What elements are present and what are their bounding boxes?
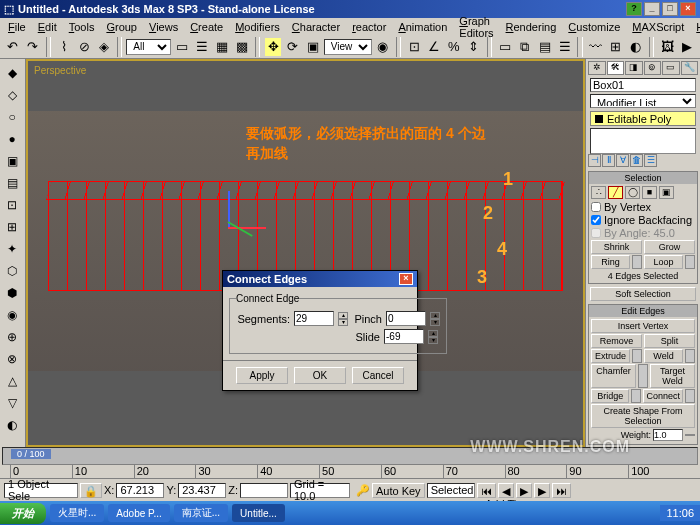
reactor-icon[interactable]: ● — [2, 129, 22, 149]
curve-editor-icon[interactable]: 〰 — [587, 37, 605, 57]
weld-button[interactable]: Weld — [644, 349, 683, 363]
angle-snap-icon[interactable]: ∠ — [425, 37, 443, 57]
mirror-icon[interactable]: ⧉ — [516, 37, 534, 57]
menu-help[interactable]: Help — [692, 21, 700, 33]
connect-settings[interactable] — [685, 389, 695, 403]
modifier-list-dropdown[interactable]: Modifier List — [590, 94, 696, 108]
chamfer-settings[interactable] — [638, 364, 648, 388]
menu-rendering[interactable]: Rendering — [502, 21, 561, 33]
vertex-mode-icon[interactable]: ∴ — [591, 186, 606, 199]
move-icon[interactable]: ✥ — [264, 37, 282, 57]
weight-spinner[interactable] — [685, 434, 695, 436]
quick-render-icon[interactable]: ▶ — [678, 37, 696, 57]
unique-icon[interactable]: ∀ — [616, 154, 629, 167]
border-mode-icon[interactable]: ◯ — [625, 186, 640, 199]
reactor-icon[interactable]: ✦ — [2, 239, 22, 259]
align-icon[interactable]: ▤ — [536, 37, 554, 57]
ref-coord-dropdown[interactable]: View — [324, 39, 372, 55]
remove-mod-icon[interactable]: 🗑 — [630, 154, 643, 167]
help-button[interactable]: ? — [626, 2, 642, 16]
modifier-stack-item[interactable]: Editable Poly — [590, 111, 696, 126]
split-button[interactable]: Split — [644, 334, 695, 348]
close-button[interactable]: × — [680, 2, 696, 16]
schematic-icon[interactable]: ⊞ — [607, 37, 625, 57]
modify-tab-icon[interactable]: 🛠 — [607, 61, 625, 75]
menu-create[interactable]: Create — [186, 21, 227, 33]
reactor-icon[interactable]: ◇ — [2, 85, 22, 105]
menu-animation[interactable]: Animation — [394, 21, 451, 33]
goto-end-icon[interactable]: ⏭ — [552, 483, 571, 498]
play-icon[interactable]: ▶ — [516, 483, 532, 498]
bind-icon[interactable]: ◈ — [95, 37, 113, 57]
create-shape-button[interactable]: Create Shape From Selection — [591, 404, 695, 428]
pivot-icon[interactable]: ◉ — [374, 37, 392, 57]
reactor-icon[interactable]: ○ — [2, 107, 22, 127]
layers-icon[interactable]: ☰ — [556, 37, 574, 57]
maximize-button[interactable]: □ — [662, 2, 678, 16]
display-tab-icon[interactable]: ▭ — [662, 61, 680, 75]
menu-views[interactable]: Views — [145, 21, 182, 33]
edit-edges-header[interactable]: Edit Edges — [589, 305, 697, 317]
dialog-close-icon[interactable]: × — [399, 273, 413, 285]
goto-start-icon[interactable]: ⏮ — [477, 483, 496, 498]
spinner-snap-icon[interactable]: ⇕ — [465, 37, 483, 57]
select-icon[interactable]: ▭ — [173, 37, 191, 57]
shrink-button[interactable]: Shrink — [591, 240, 642, 254]
insert-vertex-button[interactable]: Insert Vertex — [591, 319, 695, 333]
segments-spinner[interactable]: ▴▾ — [338, 312, 348, 326]
window-crossing-icon[interactable]: ▩ — [233, 37, 251, 57]
menu-file[interactable]: File — [4, 21, 30, 33]
remove-button[interactable]: Remove — [591, 334, 642, 348]
reactor-icon[interactable]: ◆ — [2, 63, 22, 83]
minimize-button[interactable]: _ — [644, 2, 660, 16]
menu-maxscript[interactable]: MAXScript — [628, 21, 688, 33]
menu-reactor[interactable]: reactor — [348, 21, 390, 33]
reactor-icon[interactable]: ▽ — [2, 393, 22, 413]
y-coord-field[interactable]: 23.437 — [178, 483, 226, 498]
menu-customize[interactable]: Customize — [564, 21, 624, 33]
reactor-icon[interactable]: ⊡ — [2, 195, 22, 215]
taskbar-item[interactable]: 南京证... — [174, 504, 228, 522]
link-icon[interactable]: ⌇ — [55, 37, 73, 57]
snap-icon[interactable]: ⊡ — [405, 37, 423, 57]
render-scene-icon[interactable]: 🖼 — [658, 37, 676, 57]
menu-grapheditors[interactable]: Graph Editors — [455, 15, 497, 39]
slide-spinner[interactable]: ▴▾ — [428, 330, 438, 344]
element-mode-icon[interactable]: ▣ — [659, 186, 674, 199]
cancel-button[interactable]: Cancel — [352, 367, 404, 384]
redo-icon[interactable]: ↷ — [24, 37, 42, 57]
menu-group[interactable]: Group — [102, 21, 141, 33]
taskbar-item-active[interactable]: Untitle... — [232, 504, 285, 522]
modifier-stack[interactable] — [590, 128, 696, 154]
target-weld-button[interactable]: Target Weld — [650, 364, 695, 388]
segments-field[interactable] — [294, 311, 334, 326]
grow-button[interactable]: Grow — [644, 240, 695, 254]
dialog-titlebar[interactable]: Connect Edges × — [223, 271, 417, 287]
reactor-icon[interactable]: ▤ — [2, 173, 22, 193]
ring-button[interactable]: Ring — [591, 255, 630, 269]
reactor-icon[interactable]: ⊕ — [2, 327, 22, 347]
apply-button[interactable]: Apply — [236, 367, 288, 384]
menu-edit[interactable]: Edit — [34, 21, 61, 33]
connect-button[interactable]: Connect — [643, 389, 683, 403]
reactor-icon[interactable]: ⊞ — [2, 217, 22, 237]
track-bar[interactable]: 0102030405060708090100 — [0, 465, 700, 479]
bridge-settings[interactable] — [631, 389, 641, 403]
select-region-icon[interactable]: ▦ — [213, 37, 231, 57]
keymode-dropdown[interactable]: Selected — [427, 483, 475, 498]
reactor-icon[interactable]: ▣ — [2, 151, 22, 171]
chamfer-button[interactable]: Chamfer — [591, 364, 636, 388]
menu-modifiers[interactable]: Modifiers — [231, 21, 284, 33]
hierarchy-tab-icon[interactable]: ◨ — [625, 61, 643, 75]
time-slider-thumb[interactable]: 0 / 100 — [11, 449, 51, 459]
pin-stack-icon[interactable]: ⊣ — [588, 154, 601, 167]
taskbar-item[interactable]: Adobe P... — [108, 504, 169, 522]
ignore-backfacing-checkbox[interactable] — [591, 215, 601, 225]
ring-spinner[interactable] — [632, 255, 642, 269]
motion-tab-icon[interactable]: ⊚ — [644, 61, 662, 75]
by-angle-checkbox[interactable] — [591, 228, 601, 238]
next-frame-icon[interactable]: ▶ — [534, 483, 550, 498]
reactor-icon[interactable]: ⬡ — [2, 261, 22, 281]
edge-mode-icon[interactable]: ╱ — [608, 186, 623, 199]
configure-icon[interactable]: ☰ — [644, 154, 657, 167]
